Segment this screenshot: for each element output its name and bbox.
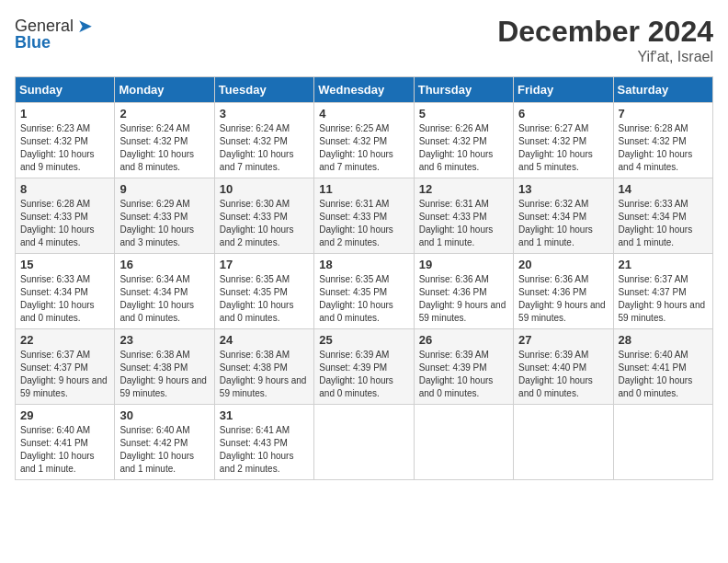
table-row: 25Sunrise: 6:39 AMSunset: 4:39 PMDayligh… [314, 329, 414, 405]
day-info: Sunrise: 6:28 AMSunset: 4:33 PMDaylight:… [20, 198, 109, 249]
calendar-week-row: 1Sunrise: 6:23 AMSunset: 4:32 PMDaylight… [16, 103, 713, 178]
day-info: Sunrise: 6:36 AMSunset: 4:36 PMDaylight:… [518, 273, 608, 325]
day-info: Sunrise: 6:37 AMSunset: 4:37 PMDaylight:… [619, 273, 708, 325]
day-info: Sunrise: 6:36 AMSunset: 4:36 PMDaylight:… [419, 273, 508, 325]
header-tuesday: Tuesday [214, 77, 313, 103]
table-row [414, 405, 513, 480]
table-row: 31Sunrise: 6:41 AMSunset: 4:43 PMDayligh… [214, 405, 313, 480]
table-row: 4Sunrise: 6:25 AMSunset: 4:32 PMDaylight… [314, 103, 414, 178]
day-info: Sunrise: 6:30 AMSunset: 4:33 PMDaylight:… [220, 198, 309, 249]
day-number: 14 [619, 182, 708, 196]
day-number: 19 [419, 258, 508, 271]
table-row [613, 405, 712, 480]
table-row: 3Sunrise: 6:24 AMSunset: 4:32 PMDaylight… [214, 103, 313, 178]
day-number: 23 [119, 333, 209, 347]
table-row [314, 405, 414, 480]
header-friday: Friday [514, 77, 613, 103]
day-info: Sunrise: 6:35 AMSunset: 4:35 PMDaylight:… [220, 273, 309, 325]
day-number: 29 [20, 408, 109, 422]
table-row: 29Sunrise: 6:40 AMSunset: 4:41 PMDayligh… [16, 405, 115, 480]
table-row: 5Sunrise: 6:26 AMSunset: 4:32 PMDaylight… [414, 103, 513, 178]
day-info: Sunrise: 6:24 AMSunset: 4:32 PMDaylight:… [119, 122, 209, 174]
day-info: Sunrise: 6:38 AMSunset: 4:38 PMDaylight:… [119, 349, 209, 400]
calendar-week-row: 29Sunrise: 6:40 AMSunset: 4:41 PMDayligh… [16, 405, 713, 480]
table-row: 16Sunrise: 6:34 AMSunset: 4:34 PMDayligh… [115, 254, 214, 329]
header-sunday: Sunday [16, 77, 115, 103]
day-number: 10 [220, 182, 309, 196]
title-block: December 2024 Yif'at, Israel [497, 15, 713, 65]
table-row: 2Sunrise: 6:24 AMSunset: 4:32 PMDaylight… [115, 103, 214, 178]
day-info: Sunrise: 6:27 AMSunset: 4:32 PMDaylight:… [518, 122, 608, 174]
day-info: Sunrise: 6:23 AMSunset: 4:32 PMDaylight:… [20, 122, 109, 174]
day-info: Sunrise: 6:25 AMSunset: 4:32 PMDaylight:… [319, 122, 408, 174]
day-info: Sunrise: 6:33 AMSunset: 4:34 PMDaylight:… [619, 198, 708, 249]
day-number: 8 [20, 182, 109, 196]
day-number: 3 [220, 107, 309, 121]
table-row: 27Sunrise: 6:39 AMSunset: 4:40 PMDayligh… [514, 329, 613, 405]
day-number: 15 [20, 258, 109, 271]
day-number: 24 [220, 333, 309, 347]
day-info: Sunrise: 6:32 AMSunset: 4:34 PMDaylight:… [518, 198, 608, 249]
calendar-week-row: 8Sunrise: 6:28 AMSunset: 4:33 PMDaylight… [16, 178, 713, 254]
table-row: 10Sunrise: 6:30 AMSunset: 4:33 PMDayligh… [214, 178, 313, 254]
day-info: Sunrise: 6:31 AMSunset: 4:33 PMDaylight:… [319, 198, 408, 249]
table-row: 24Sunrise: 6:38 AMSunset: 4:38 PMDayligh… [214, 329, 313, 405]
day-info: Sunrise: 6:33 AMSunset: 4:34 PMDaylight:… [20, 273, 109, 325]
day-number: 4 [319, 107, 408, 121]
day-info: Sunrise: 6:35 AMSunset: 4:35 PMDaylight:… [319, 273, 408, 325]
day-number: 9 [119, 182, 209, 196]
logo-blue-text: Blue [15, 33, 51, 52]
header-monday: Monday [115, 77, 214, 103]
table-row: 20Sunrise: 6:36 AMSunset: 4:36 PMDayligh… [514, 254, 613, 329]
day-number: 5 [419, 107, 508, 121]
day-info: Sunrise: 6:40 AMSunset: 4:41 PMDaylight:… [619, 349, 708, 400]
day-number: 13 [518, 182, 608, 196]
day-number: 27 [518, 333, 608, 347]
table-row: 26Sunrise: 6:39 AMSunset: 4:39 PMDayligh… [414, 329, 513, 405]
day-info: Sunrise: 6:41 AMSunset: 4:43 PMDaylight:… [220, 424, 309, 476]
header-saturday: Saturday [613, 77, 712, 103]
table-row: 18Sunrise: 6:35 AMSunset: 4:35 PMDayligh… [314, 254, 414, 329]
day-info: Sunrise: 6:39 AMSunset: 4:39 PMDaylight:… [419, 349, 508, 400]
table-row: 12Sunrise: 6:31 AMSunset: 4:33 PMDayligh… [414, 178, 513, 254]
day-info: Sunrise: 6:31 AMSunset: 4:33 PMDaylight:… [419, 198, 508, 249]
day-number: 26 [419, 333, 508, 347]
table-row: 1Sunrise: 6:23 AMSunset: 4:32 PMDaylight… [16, 103, 115, 178]
day-number: 2 [119, 107, 209, 121]
day-number: 20 [518, 258, 608, 271]
day-info: Sunrise: 6:26 AMSunset: 4:32 PMDaylight:… [419, 122, 508, 174]
day-info: Sunrise: 6:40 AMSunset: 4:41 PMDaylight:… [20, 424, 109, 476]
table-row: 11Sunrise: 6:31 AMSunset: 4:33 PMDayligh… [314, 178, 414, 254]
table-row: 14Sunrise: 6:33 AMSunset: 4:34 PMDayligh… [613, 178, 712, 254]
day-number: 12 [419, 182, 508, 196]
day-number: 25 [319, 333, 408, 347]
page-header: General ➤ Blue December 2024 Yif'at, Isr… [15, 15, 713, 65]
day-number: 22 [20, 333, 109, 347]
day-info: Sunrise: 6:39 AMSunset: 4:39 PMDaylight:… [319, 349, 408, 400]
table-row: 22Sunrise: 6:37 AMSunset: 4:37 PMDayligh… [16, 329, 115, 405]
header-wednesday: Wednesday [314, 77, 414, 103]
day-info: Sunrise: 6:40 AMSunset: 4:42 PMDaylight:… [119, 424, 209, 476]
day-number: 30 [119, 408, 209, 422]
table-row: 6Sunrise: 6:27 AMSunset: 4:32 PMDaylight… [514, 103, 613, 178]
day-number: 7 [619, 107, 708, 121]
month-title: December 2024 [497, 15, 713, 49]
day-number: 16 [119, 258, 209, 271]
logo: General ➤ Blue [15, 15, 93, 52]
table-row: 13Sunrise: 6:32 AMSunset: 4:34 PMDayligh… [514, 178, 613, 254]
table-row: 8Sunrise: 6:28 AMSunset: 4:33 PMDaylight… [16, 178, 115, 254]
logo-bird-icon: ➤ [77, 15, 93, 37]
calendar-header-row: Sunday Monday Tuesday Wednesday Thursday… [16, 77, 713, 103]
day-info: Sunrise: 6:37 AMSunset: 4:37 PMDaylight:… [20, 349, 109, 400]
header-thursday: Thursday [414, 77, 513, 103]
day-info: Sunrise: 6:39 AMSunset: 4:40 PMDaylight:… [518, 349, 608, 400]
day-number: 17 [220, 258, 309, 271]
day-info: Sunrise: 6:34 AMSunset: 4:34 PMDaylight:… [119, 273, 209, 325]
day-number: 11 [319, 182, 408, 196]
table-row: 15Sunrise: 6:33 AMSunset: 4:34 PMDayligh… [16, 254, 115, 329]
table-row: 7Sunrise: 6:28 AMSunset: 4:32 PMDaylight… [613, 103, 712, 178]
table-row [514, 405, 613, 480]
day-number: 18 [319, 258, 408, 271]
table-row: 30Sunrise: 6:40 AMSunset: 4:42 PMDayligh… [115, 405, 214, 480]
day-number: 1 [20, 107, 109, 121]
